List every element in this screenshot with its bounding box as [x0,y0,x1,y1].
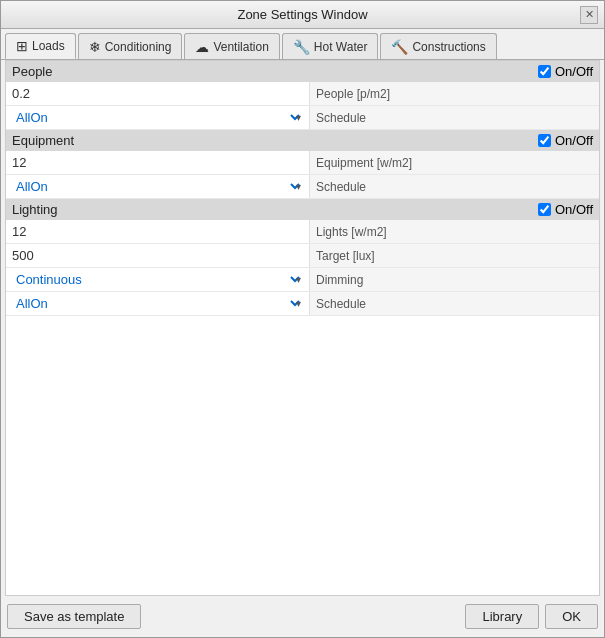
lighting-target-right: Target [lux] [309,244,599,267]
ok-button[interactable]: OK [545,604,598,629]
equipment-onoff-label[interactable]: On/Off [538,133,593,148]
equipment-section-header: Equipment On/Off [6,130,599,151]
tab-hot-water[interactable]: 🔧 Hot Water [282,33,379,59]
people-density-input[interactable] [12,86,303,101]
window-title: Zone Settings Window [25,7,580,22]
conditioning-icon: ❄ [89,39,101,55]
lighting-value-row: Lights [w/m2] [6,220,599,244]
people-onoff-label[interactable]: On/Off [538,64,593,79]
people-onoff-checkbox[interactable] [538,65,551,78]
people-schedule-select-wrapper[interactable]: AllOn ▾ [12,109,303,126]
lighting-schedule-right: Schedule [309,292,599,315]
constructions-icon: 🔨 [391,39,408,55]
equipment-schedule-left[interactable]: AllOn ▾ [6,175,309,198]
footer-right-buttons: Library OK [465,604,598,629]
loads-icon: ⊞ [16,38,28,54]
title-bar: Zone Settings Window ✕ [1,1,604,29]
people-title: People [12,64,538,79]
lighting-onoff-checkbox[interactable] [538,203,551,216]
equipment-value-left[interactable] [6,151,309,174]
equipment-value-right: Equipment [w/m2] [309,151,599,174]
lighting-value-left[interactable] [6,220,309,243]
lighting-target-input[interactable] [12,248,303,263]
people-density-row: People [p/m2] [6,82,599,106]
lighting-value-input[interactable] [12,224,303,239]
close-button[interactable]: ✕ [580,6,598,24]
tab-bar: ⊞ Loads ❄ Conditioning ☁ Ventilation 🔧 H… [1,29,604,60]
tab-loads[interactable]: ⊞ Loads [5,33,76,59]
ventilation-icon: ☁ [195,39,209,55]
lighting-target-left[interactable] [6,244,309,267]
people-density-left[interactable] [6,82,309,105]
equipment-schedule-select-wrapper[interactable]: AllOn ▾ [12,178,303,195]
equipment-onoff-checkbox[interactable] [538,134,551,147]
lighting-schedule-select[interactable]: AllOn [12,295,303,312]
people-density-right: People [p/m2] [309,82,599,105]
equipment-schedule-select[interactable]: AllOn [12,178,303,195]
lighting-target-row: Target [lux] [6,244,599,268]
zone-settings-window: Zone Settings Window ✕ ⊞ Loads ❄ Conditi… [0,0,605,638]
people-schedule-select[interactable]: AllOn [12,109,303,126]
people-schedule-row: AllOn ▾ Schedule [6,106,599,130]
content-area: People On/Off People [p/m2] AllOn ▾ [5,60,600,596]
lighting-dimming-row: Continuous ▾ Dimming [6,268,599,292]
lighting-schedule-left[interactable]: AllOn ▾ [6,292,309,315]
people-section-header: People On/Off [6,61,599,82]
lighting-schedule-row: AllOn ▾ Schedule [6,292,599,316]
hot-water-icon: 🔧 [293,39,310,55]
equipment-value-row: Equipment [w/m2] [6,151,599,175]
tab-conditioning[interactable]: ❄ Conditioning [78,33,183,59]
lighting-title: Lighting [12,202,538,217]
equipment-value-input[interactable] [12,155,303,170]
tab-ventilation[interactable]: ☁ Ventilation [184,33,279,59]
equipment-schedule-row: AllOn ▾ Schedule [6,175,599,199]
lighting-dimming-right: Dimming [309,268,599,291]
save-template-button[interactable]: Save as template [7,604,141,629]
lighting-schedule-select-wrapper[interactable]: AllOn ▾ [12,295,303,312]
people-schedule-left[interactable]: AllOn ▾ [6,106,309,129]
lighting-onoff-label[interactable]: On/Off [538,202,593,217]
lighting-dimming-select-wrapper[interactable]: Continuous ▾ [12,271,303,288]
tab-constructions[interactable]: 🔨 Constructions [380,33,496,59]
footer: Save as template Library OK [1,596,604,637]
equipment-title: Equipment [12,133,538,148]
lighting-value-right: Lights [w/m2] [309,220,599,243]
lighting-section-header: Lighting On/Off [6,199,599,220]
equipment-schedule-right: Schedule [309,175,599,198]
library-button[interactable]: Library [465,604,539,629]
lighting-dimming-left[interactable]: Continuous ▾ [6,268,309,291]
people-schedule-right: Schedule [309,106,599,129]
lighting-dimming-select[interactable]: Continuous [12,271,303,288]
